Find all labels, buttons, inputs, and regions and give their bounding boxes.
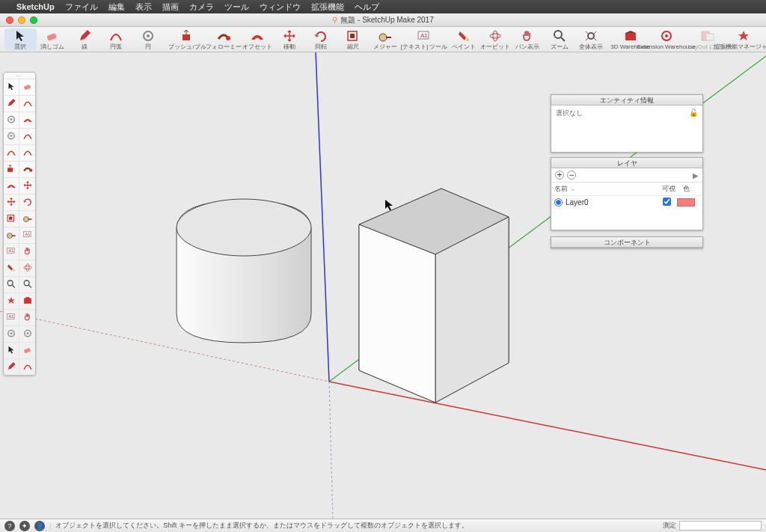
layer-active-radio[interactable] — [554, 198, 563, 207]
palette-tool-16[interactable] — [4, 210, 19, 227]
menu-camera[interactable]: カメラ — [189, 1, 214, 13]
tool-offset-button[interactable]: オフセット — [242, 28, 274, 50]
palette-tool-27[interactable] — [19, 293, 35, 309]
status-user-icon[interactable]: 👤 — [34, 521, 45, 531]
layer-menu-button[interactable]: ▶ — [693, 171, 699, 180]
tool-pencil-button[interactable]: 線 — [68, 28, 100, 50]
tool-paint-button[interactable]: ペイント — [447, 28, 479, 50]
tool-pushpull-button[interactable]: プッシュ/プル — [170, 28, 206, 50]
palette-tool-25[interactable] — [19, 276, 35, 293]
palette-tool-6[interactable] — [4, 128, 19, 144]
palette-tool-12[interactable] — [4, 177, 19, 194]
palette-tool-4[interactable] — [4, 111, 19, 128]
palette-tool-3[interactable] — [19, 95, 35, 111]
layer-col-visible[interactable]: 可視 — [659, 183, 680, 195]
lock-icon[interactable]: 🔓 — [689, 108, 698, 117]
layer-row[interactable]: Layer0 — [551, 196, 702, 209]
palette-tool-23[interactable] — [19, 260, 35, 276]
palette-tool-30[interactable] — [4, 325, 19, 342]
window-minimize-button[interactable] — [18, 16, 25, 24]
tool-layout-button[interactable]: LayOut に送信 — [690, 28, 726, 50]
palette-tool-24[interactable] — [4, 276, 19, 293]
palette-tool-11[interactable] — [19, 161, 35, 177]
layer-visible-checkbox[interactable] — [663, 198, 671, 206]
entity-info-panel[interactable]: エンティティ情報 選択なし 🔓 — [551, 94, 703, 153]
menu-file[interactable]: ファイル — [65, 1, 98, 13]
tool-orbit-button[interactable]: オービット — [479, 28, 512, 50]
tool-pan-button[interactable]: パン表示 — [512, 28, 544, 50]
menu-window[interactable]: ウィンドウ — [260, 1, 301, 13]
circle-icon — [7, 115, 15, 126]
palette-tool-18[interactable] — [4, 227, 19, 243]
palette-tool-20[interactable]: A1 — [4, 243, 19, 260]
palette-tool-9[interactable] — [19, 144, 35, 161]
layer-color-swatch[interactable] — [677, 198, 695, 207]
tool-move-button[interactable]: 移動 — [273, 28, 305, 50]
tool-palette[interactable]: ⋯ A1A1A1 — [3, 72, 36, 376]
palette-tool-2[interactable] — [4, 95, 19, 111]
palette-tool-7[interactable] — [19, 128, 35, 144]
palette-tool-1[interactable] — [19, 79, 35, 95]
menu-extensions[interactable]: 拡張機能 — [311, 1, 344, 13]
components-title[interactable]: コンポーネント — [551, 237, 702, 248]
followme-icon — [215, 28, 232, 43]
tool-circle-button[interactable]: 円 — [132, 28, 165, 50]
layers-title[interactable]: レイヤ — [551, 158, 702, 168]
menu-tools[interactable]: ツール — [224, 1, 249, 13]
tool-rotate-button[interactable]: 回転 — [305, 28, 337, 50]
palette-tool-35[interactable] — [19, 358, 35, 375]
palette-tool-21[interactable] — [19, 243, 35, 260]
palette-tool-32[interactable] — [4, 342, 19, 358]
tool-tape-button[interactable]: メジャー — [369, 28, 401, 50]
palette-tool-14[interactable] — [4, 194, 19, 210]
tool-followme-button[interactable]: フォローミー — [206, 28, 242, 50]
palette-tool-17[interactable] — [19, 210, 35, 227]
tool-zoomext-button[interactable]: 全体表示 — [575, 28, 607, 50]
palette-tool-28[interactable]: A1 — [4, 309, 19, 325]
palette-tool-10[interactable] — [4, 161, 19, 177]
menu-help[interactable]: ヘルプ — [355, 1, 379, 13]
layer-add-button[interactable]: + — [555, 171, 564, 180]
menu-edit[interactable]: 編集 — [108, 1, 125, 13]
status-help-icon[interactable]: ? — [4, 521, 15, 531]
menu-view[interactable]: 表示 — [135, 1, 152, 13]
menu-draw[interactable]: 描画 — [162, 1, 179, 13]
rotate-icon — [313, 28, 329, 43]
window-zoom-button[interactable] — [30, 16, 37, 24]
measurement-input[interactable] — [679, 521, 762, 531]
tool-zoom-button[interactable]: ズーム — [543, 28, 575, 50]
palette-tool-22[interactable] — [4, 260, 19, 276]
tool-text-button[interactable]: A1[テキスト] ツール — [406, 28, 442, 50]
palette-tool-26[interactable] — [4, 293, 19, 309]
svg-point-46 — [13, 269, 15, 271]
tool-eraser-button[interactable]: 消しゴム — [37, 28, 69, 50]
menubar-appname[interactable]: SketchUp — [16, 2, 55, 11]
palette-tool-31[interactable] — [19, 325, 35, 342]
svg-line-24 — [316, 52, 329, 382]
palette-tool-15[interactable] — [19, 194, 35, 210]
layer-name[interactable]: Layer0 — [566, 198, 589, 207]
tool-scale-button[interactable]: 縮尺 — [337, 28, 370, 50]
palette-tool-19[interactable]: A1 — [19, 227, 35, 243]
entity-info-title[interactable]: エンティティ情報 — [551, 95, 702, 106]
palette-tool-29[interactable] — [19, 309, 35, 325]
layer-col-name[interactable]: 名前 ⌄ — [551, 183, 659, 195]
tool-arc-button[interactable]: 円弧 — [100, 28, 132, 50]
palette-grip[interactable]: ⋯ — [4, 73, 35, 79]
palette-tool-8[interactable] — [4, 144, 19, 161]
window-close-button[interactable] — [6, 16, 13, 24]
palette-tool-13[interactable] — [19, 177, 35, 194]
layers-panel[interactable]: レイヤ + − ▶ 名前 ⌄ 可視 色 Layer0 — [551, 157, 703, 230]
tool-extman-button[interactable]: 拡張機能マネージャー — [726, 28, 762, 50]
palette-tool-0[interactable] — [4, 79, 19, 95]
palette-tool-33[interactable] — [19, 342, 35, 358]
components-panel[interactable]: コンポーネント — [551, 236, 703, 248]
layer-remove-button[interactable]: − — [567, 171, 576, 180]
palette-tool-34[interactable] — [4, 358, 19, 375]
tool-ew-button[interactable]: Extension Warehouse — [649, 28, 684, 50]
tool-cursor-button[interactable]: 選択 — [4, 28, 37, 50]
layer-col-color[interactable]: 色 — [680, 183, 702, 195]
palette-tool-5[interactable] — [19, 111, 35, 128]
svg-point-35 — [10, 135, 13, 137]
status-geo-icon[interactable]: ✦ — [19, 521, 30, 531]
